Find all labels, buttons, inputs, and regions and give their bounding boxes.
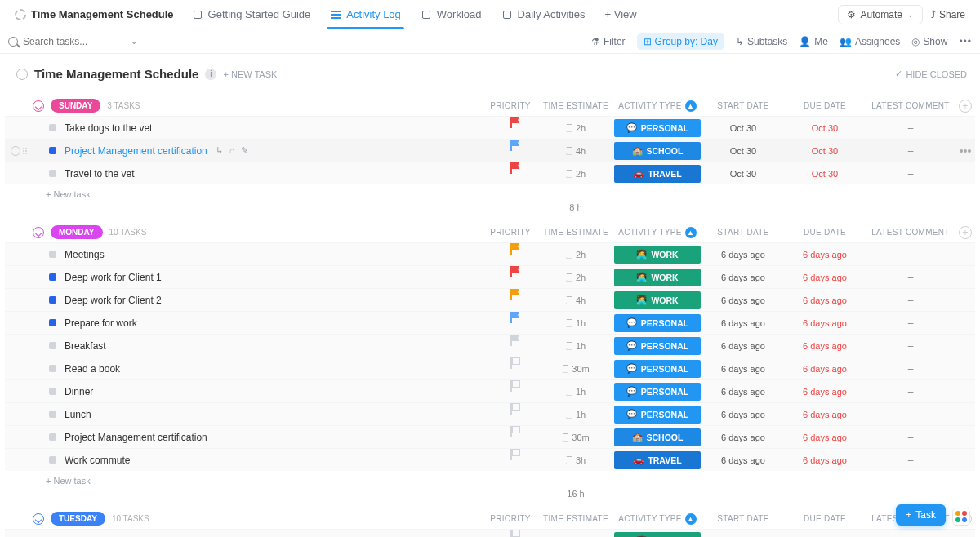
show-button[interactable]: ◎Show	[911, 36, 947, 47]
status-square[interactable]	[49, 296, 56, 304]
task-name[interactable]: Take dogs to the vet	[65, 122, 152, 134]
task-name[interactable]: Deep work for Client 1	[65, 272, 162, 283]
activity-type-chip[interactable]: 💬PERSONAL	[614, 383, 701, 401]
group-by-button[interactable]: ⊞Group by: Day	[637, 33, 724, 50]
activity-type-chip[interactable]: 🧑‍💻WORK	[614, 532, 701, 538]
task-row[interactable]: Deep work for Client 1 2h 🧑‍💻WORK 6 days…	[5, 265, 975, 288]
collapse-toggle[interactable]	[33, 227, 44, 238]
comment-cell[interactable]: –	[866, 317, 956, 329]
more-menu[interactable]: •••	[959, 36, 972, 47]
start-date-cell[interactable]: 6 days ago	[702, 318, 784, 328]
filter-button[interactable]: ⚗Filter	[591, 36, 626, 47]
task-name[interactable]: Dinner	[65, 386, 93, 397]
hide-closed-button[interactable]: ✓HIDE CLOSED	[895, 69, 967, 79]
edit-icon[interactable]: ✎	[241, 145, 248, 156]
status-square[interactable]	[49, 251, 56, 258]
start-date-cell[interactable]: Oct 30	[702, 123, 784, 133]
new-task-row[interactable]: + New task	[5, 184, 975, 202]
activity-type-chip[interactable]: 💬PERSONAL	[614, 406, 701, 424]
time-estimate-cell[interactable]: 30m	[539, 364, 612, 374]
collapse-toggle[interactable]	[33, 513, 44, 525]
time-estimate-cell[interactable]: 1h	[539, 341, 612, 351]
activity-type-chip[interactable]: 🏫SCHOOL	[614, 142, 701, 160]
share-button[interactable]: ⤴Share	[923, 6, 973, 24]
time-estimate-cell[interactable]: 4h	[539, 295, 612, 305]
time-estimate-cell[interactable]: 1h	[539, 318, 612, 328]
start-date-cell[interactable]: 6 days ago	[702, 341, 784, 351]
start-date-cell[interactable]: 6 days ago	[702, 387, 784, 397]
status-square[interactable]	[49, 342, 56, 349]
tab-daily-activities[interactable]: Daily Activities	[492, 0, 595, 29]
drag-handle-icon[interactable]	[23, 148, 28, 154]
status-square[interactable]	[49, 388, 56, 395]
due-date-cell[interactable]: Oct 30	[784, 146, 866, 156]
task-row[interactable]: Read a book 30m 💬PERSONAL 6 days ago 6 d…	[5, 357, 975, 379]
due-date-cell[interactable]: 6 days ago	[784, 433, 866, 442]
task-row[interactable]: Prepare for work 1h 💬PERSONAL 6 days ago…	[5, 311, 975, 334]
col-activity-type[interactable]: ACTIVITY TYPE▲	[612, 513, 702, 525]
activity-type-chip[interactable]: 💬PERSONAL	[614, 119, 701, 137]
task-name[interactable]: Prepare for work	[65, 317, 137, 329]
due-date-cell[interactable]: 6 days ago	[784, 387, 866, 397]
start-date-cell[interactable]: 6 days ago	[702, 433, 784, 442]
activity-type-chip[interactable]: 💬PERSONAL	[614, 360, 701, 378]
comment-cell[interactable]: –	[866, 122, 956, 134]
activity-type-chip[interactable]: 💬PERSONAL	[614, 314, 701, 332]
due-date-cell[interactable]: Oct 30	[784, 169, 866, 179]
comment-cell[interactable]: –	[866, 363, 956, 375]
col-activity-type[interactable]: ACTIVITY TYPE▲	[612, 100, 702, 112]
due-date-cell[interactable]: Oct 30	[784, 123, 866, 133]
assignees-button[interactable]: 👥Assignees	[840, 36, 900, 47]
comment-cell[interactable]: –	[866, 168, 956, 180]
search-input[interactable]	[23, 36, 121, 47]
task-name[interactable]: Work commute	[65, 455, 130, 466]
status-square[interactable]	[49, 411, 56, 418]
start-date-cell[interactable]: 6 days ago	[702, 410, 784, 419]
status-square[interactable]	[49, 456, 56, 464]
row-more-menu[interactable]: •••	[956, 144, 975, 158]
tab-getting-started[interactable]: Getting Started Guide	[182, 0, 321, 29]
status-square[interactable]	[49, 365, 56, 372]
task-name[interactable]: Meetings	[65, 249, 105, 260]
chevron-down-icon[interactable]: ⌄	[131, 37, 137, 46]
due-date-cell[interactable]: 6 days ago	[784, 341, 866, 351]
add-view-button[interactable]: + View	[595, 8, 647, 20]
task-row[interactable]: Project Management certification ↳⌂✎ 4h …	[5, 139, 975, 162]
add-column-button[interactable]: +	[959, 226, 972, 239]
activity-type-chip[interactable]: 🧑‍💻WORK	[614, 268, 701, 286]
due-date-cell[interactable]: 6 days ago	[784, 273, 866, 282]
time-estimate-cell[interactable]: 3h	[539, 455, 612, 465]
tag-icon[interactable]: ⌂	[229, 145, 235, 156]
day-pill[interactable]: TUESDAY	[51, 512, 105, 526]
time-estimate-cell[interactable]: 2h	[539, 123, 612, 133]
activity-type-chip[interactable]: 💬PERSONAL	[614, 337, 701, 355]
time-estimate-cell[interactable]: 30m	[539, 433, 612, 442]
time-estimate-cell[interactable]: 2h	[539, 169, 612, 179]
task-row[interactable]: Breakfast 1h 💬PERSONAL 6 days ago 6 days…	[5, 334, 975, 357]
activity-type-chip[interactable]: 🧑‍💻WORK	[614, 291, 701, 309]
task-name[interactable]: Project Management certification	[65, 145, 207, 157]
task-row[interactable]: Project Management certification 30m 🏫SC…	[5, 425, 975, 448]
due-date-cell[interactable]: 6 days ago	[784, 250, 866, 260]
comment-cell[interactable]: –	[866, 249, 956, 260]
due-date-cell[interactable]: 6 days ago	[784, 455, 866, 465]
new-task-row[interactable]: + New task	[5, 471, 975, 489]
new-task-button[interactable]: + NEW TASK	[223, 69, 277, 79]
task-row[interactable]: Take dogs to the vet 2h 💬PERSONAL Oct 30…	[5, 116, 975, 139]
task-name[interactable]: Read a book	[65, 363, 120, 375]
status-square[interactable]	[49, 170, 56, 177]
start-date-cell[interactable]: 6 days ago	[702, 295, 784, 305]
comment-cell[interactable]: –	[866, 432, 956, 443]
start-date-cell[interactable]: 6 days ago	[702, 273, 784, 282]
tab-workload[interactable]: Workload	[411, 0, 492, 29]
add-column-button[interactable]: +	[959, 100, 972, 113]
task-row[interactable]: Meetings 2h 🧑‍💻WORK 5 days ago 5 days ag…	[5, 529, 975, 537]
subtasks-button[interactable]: ↳Subtasks	[736, 36, 787, 47]
start-date-cell[interactable]: 6 days ago	[702, 250, 784, 260]
due-date-cell[interactable]: 6 days ago	[784, 410, 866, 419]
task-name[interactable]: Deep work for Client 2	[65, 295, 162, 306]
due-date-cell[interactable]: 6 days ago	[784, 318, 866, 328]
status-square[interactable]	[49, 147, 56, 154]
time-estimate-cell[interactable]: 1h	[539, 387, 612, 397]
time-estimate-cell[interactable]: 2h	[539, 273, 612, 282]
